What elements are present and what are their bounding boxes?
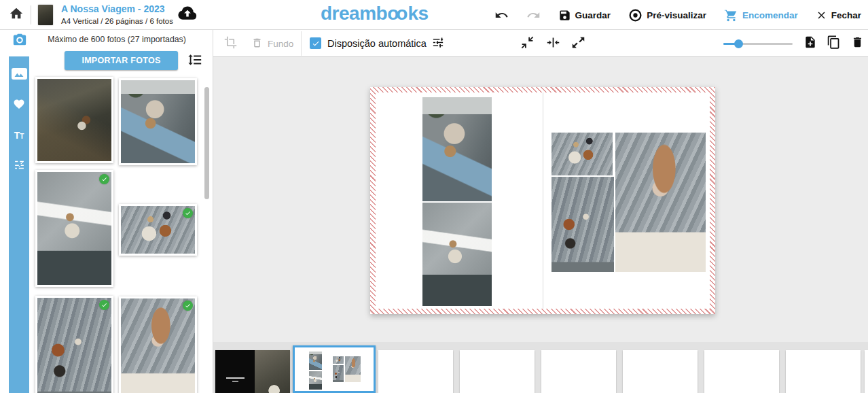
editor-toolbar: Fundo Disposição automática bbox=[213, 30, 868, 57]
header-actions: Guardar Pré-visualizar Encomendar Fechar bbox=[494, 0, 861, 30]
book-spread[interactable] bbox=[370, 87, 715, 314]
page-thumb-empty[interactable] bbox=[623, 350, 698, 393]
cover-subtitle-line bbox=[232, 381, 238, 382]
spread-photo-woman-sitting-on-boat[interactable] bbox=[422, 203, 492, 306]
redo-button[interactable] bbox=[526, 8, 541, 22]
project-title[interactable]: A Nossa Viagem - 2023 bbox=[61, 3, 173, 16]
preview-label: Pré-visualizar bbox=[647, 10, 706, 20]
close-icon bbox=[816, 10, 827, 21]
photo-thumb-couple-on-rocks[interactable] bbox=[35, 296, 113, 393]
preview-button[interactable]: Pré-visualizar bbox=[628, 8, 706, 22]
sidebar-item-favorites[interactable] bbox=[9, 95, 29, 115]
delete-page-button[interactable] bbox=[851, 36, 864, 51]
zoom-slider-thumb[interactable] bbox=[734, 39, 743, 48]
page-thumb-empty-partial[interactable] bbox=[865, 350, 868, 393]
merge-horizontal-icon bbox=[545, 35, 561, 52]
vertical-sliders-icon bbox=[14, 159, 25, 173]
photo-limit-text: Máximo de 600 fotos (27 importadas) bbox=[30, 35, 204, 44]
close-button[interactable]: Fechar bbox=[816, 10, 861, 21]
page-thumb-current-spread[interactable] bbox=[293, 345, 376, 393]
spread-photo-woman-leaning-from-boat[interactable] bbox=[422, 97, 492, 201]
import-photos-button[interactable]: IMPORTAR FOTOS bbox=[65, 51, 178, 70]
mini-photo bbox=[345, 356, 361, 382]
spread-pages bbox=[376, 92, 710, 309]
heart-icon bbox=[13, 98, 25, 112]
header-divider bbox=[31, 5, 31, 24]
text-icon: TT bbox=[14, 130, 24, 141]
shuffle-collapse-icon bbox=[520, 35, 535, 52]
page-thumb-empty[interactable] bbox=[378, 350, 453, 393]
expand-icon bbox=[571, 35, 585, 52]
order-button[interactable]: Encomendar bbox=[724, 8, 798, 22]
photo-thumb-couple-standing[interactable] bbox=[119, 204, 197, 256]
auto-layout-label[interactable]: Disposição automática bbox=[327, 30, 427, 57]
redo-icon bbox=[526, 8, 541, 22]
background-label: Fundo bbox=[268, 39, 293, 49]
delete-page-icon bbox=[851, 35, 864, 52]
photo-thumb-woman-sitting-on-boat[interactable] bbox=[35, 170, 113, 287]
used-check-icon bbox=[99, 174, 109, 184]
merge-pages-button[interactable] bbox=[545, 37, 561, 51]
page-thumb-empty[interactable] bbox=[460, 350, 535, 393]
save-button[interactable]: Guardar bbox=[558, 9, 611, 22]
order-label: Encomendar bbox=[742, 10, 798, 20]
auto-layout-checkbox[interactable] bbox=[310, 37, 321, 49]
tune-icon bbox=[431, 36, 445, 52]
preview-eye-icon bbox=[628, 8, 643, 22]
pages-strip bbox=[213, 342, 868, 393]
project-cover-thumbnail[interactable] bbox=[38, 5, 53, 25]
page-thumb-empty[interactable] bbox=[786, 350, 861, 393]
photo-panel-scrollbar[interactable] bbox=[204, 87, 209, 199]
duplicate-page-button[interactable] bbox=[827, 36, 841, 51]
cover-title-area bbox=[215, 350, 255, 393]
cart-icon bbox=[724, 8, 738, 22]
sidebar: TT bbox=[9, 56, 29, 393]
save-icon bbox=[558, 9, 571, 22]
mini-photo bbox=[333, 356, 344, 364]
spread-photo-woman-with-hat[interactable] bbox=[615, 133, 706, 272]
sidebar-item-settings[interactable] bbox=[9, 156, 29, 176]
spread-spine bbox=[543, 92, 543, 309]
background-button[interactable]: Fundo bbox=[251, 37, 293, 51]
dreambooks-editor: A Nossa Viagem - 2023 A4 Vertical / 26 p… bbox=[0, 0, 868, 393]
editor-canvas[interactable] bbox=[213, 57, 868, 342]
page-thumb-empty[interactable] bbox=[541, 350, 616, 393]
mini-photo bbox=[309, 352, 322, 370]
add-page-button[interactable] bbox=[803, 36, 817, 51]
photo-panel: Máximo de 600 fotos (27 importadas) IMPO… bbox=[30, 30, 213, 393]
home-button[interactable] bbox=[8, 7, 24, 23]
image-icon bbox=[12, 68, 27, 80]
auto-layout-options-button[interactable] bbox=[431, 37, 445, 50]
undo-button[interactable] bbox=[494, 8, 509, 22]
cover-photo bbox=[255, 350, 290, 393]
shuffle-layout-button[interactable] bbox=[520, 37, 535, 51]
sidebar-item-camera[interactable] bbox=[12, 33, 28, 48]
sidebar-item-text[interactable]: TT bbox=[9, 125, 29, 146]
add-page-icon bbox=[803, 35, 817, 52]
mini-photo bbox=[309, 371, 322, 390]
sidebar-item-photos[interactable] bbox=[9, 63, 29, 84]
dreambooks-logo: dreambooks bbox=[321, 3, 429, 24]
used-check-icon bbox=[99, 300, 109, 310]
photo-thumb-woman-leaning-from-boat[interactable] bbox=[119, 78, 197, 165]
spread-photo-couple-standing[interactable] bbox=[551, 133, 613, 175]
spread-photo-couple-on-rocks[interactable] bbox=[551, 177, 614, 272]
save-label: Guardar bbox=[575, 10, 611, 20]
mini-photo bbox=[333, 365, 344, 382]
top-bar: A Nossa Viagem - 2023 A4 Vertical / 26 p… bbox=[0, 0, 868, 30]
crop-button[interactable] bbox=[224, 37, 237, 50]
photo-thumb-couple-on-rocks-railing[interactable] bbox=[35, 77, 113, 163]
project-info: A Nossa Viagem - 2023 A4 Vertical / 26 p… bbox=[61, 3, 173, 26]
zoom-slider[interactable] bbox=[723, 38, 793, 50]
used-check-icon bbox=[183, 301, 193, 311]
duplicate-page-icon bbox=[827, 35, 841, 52]
project-specs: A4 Vertical / 26 páginas / 6 fotos bbox=[61, 16, 173, 26]
cloud-sync-button[interactable] bbox=[178, 6, 197, 24]
page-thumb-cover[interactable] bbox=[215, 350, 290, 393]
photo-thumb-woman-with-hat[interactable] bbox=[119, 296, 197, 393]
sort-photos-button[interactable] bbox=[187, 54, 202, 69]
page-thumb-empty[interactable] bbox=[704, 350, 779, 393]
camera-icon bbox=[12, 32, 28, 50]
expand-layout-button[interactable] bbox=[571, 37, 585, 51]
cloud-upload-icon bbox=[178, 5, 197, 24]
